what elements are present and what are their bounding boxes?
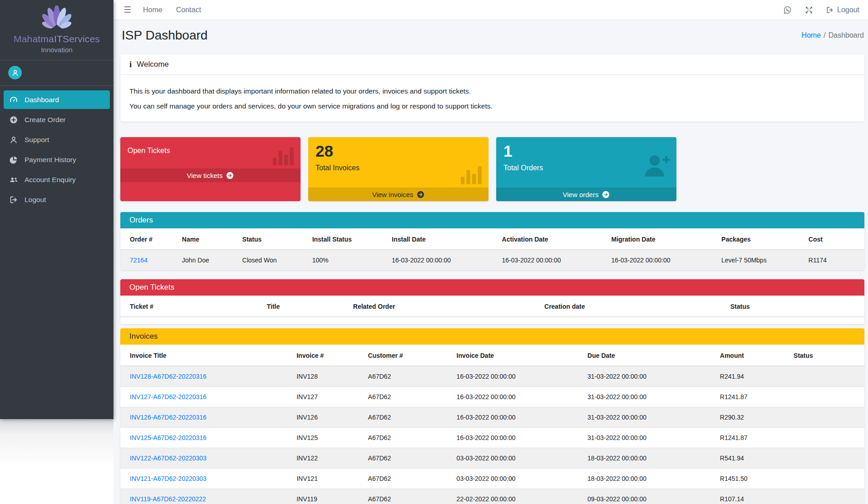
sidebar-item-account-enquiry[interactable]: Account Enquiry — [4, 170, 110, 189]
column-header: Status — [790, 345, 864, 366]
invoice-title-link[interactable]: INV128-A67D62-20220316 — [130, 373, 207, 380]
sidebar-tail — [0, 419, 113, 504]
column-header: Invoice Title — [120, 345, 293, 366]
table-row: INV119-A67D62-20220222INV119A67D6222-02-… — [120, 489, 864, 504]
invoice-title-link[interactable]: INV126-A67D62-20220316 — [130, 414, 207, 421]
welcome-card-body: This is your dashboard that displays imp… — [120, 75, 864, 122]
invoices-panel-header: Invoices — [120, 328, 864, 345]
column-header: Migration Date — [607, 228, 718, 250]
sign-out-icon — [826, 6, 834, 14]
invoices-panel: Invoices Invoice TitleInvoice #Customer … — [120, 328, 864, 504]
total-invoices-card: 28 Total Invoices View invoices — [308, 137, 488, 201]
orders-panel: Orders Order #NameStatusInstall StatusIn… — [120, 212, 864, 270]
sidebar-item-support[interactable]: Support — [4, 130, 110, 149]
page-header: ISP Dashboard Home/Dashboard — [120, 25, 864, 44]
lotus-logo-icon — [5, 5, 109, 33]
cell: R1241.87 — [716, 387, 790, 407]
open-tickets-panel-header: Open Tickets — [120, 279, 864, 296]
cell: INV128 — [293, 366, 364, 387]
breadcrumb: Home/Dashboard — [802, 31, 864, 40]
sidebar-item-dashboard[interactable]: Dashboard — [4, 90, 110, 109]
cell: 31-03-2022 00:00:00 — [584, 387, 716, 407]
cell — [790, 366, 864, 387]
sign-out-icon — [9, 195, 18, 204]
cell: 03-03-2022 00:00:00 — [453, 448, 584, 469]
cell: 16-03-2022 00:00:00 — [453, 366, 584, 387]
cell — [790, 407, 864, 428]
navbar-logout-button[interactable]: Logout — [826, 6, 859, 14]
welcome-card: i Welcome This is your dashboard that di… — [120, 54, 864, 122]
column-header: Ticket # — [120, 296, 263, 317]
breadcrumb-current: Dashboard — [829, 31, 864, 39]
cell: 72164 — [120, 250, 178, 270]
nav-link-home[interactable]: Home — [143, 6, 163, 14]
cell: 16-03-2022 00:00:00 — [453, 428, 584, 448]
column-header: Customer # — [365, 345, 453, 366]
sidebar-item-label: Dashboard — [25, 96, 59, 104]
open-tickets-panel: Open Tickets Ticket #TitleRelated OrderC… — [120, 279, 864, 324]
brand: MahatmaITServices Innovation — [0, 0, 113, 60]
invoice-title-link[interactable]: INV122-A67D62-20220303 — [130, 455, 207, 462]
navbar-logout-label: Logout — [837, 6, 859, 14]
column-header: Activation Date — [498, 228, 608, 250]
sidebar-item-payment-history[interactable]: Payment History — [4, 150, 110, 169]
column-header: Packages — [718, 228, 805, 250]
cell: R1174 — [805, 250, 864, 270]
sidebar-item-create-order[interactable]: Create Order — [4, 110, 110, 129]
cell: Closed Won — [239, 250, 309, 270]
whatsapp-icon[interactable] — [783, 5, 792, 15]
bar-chart-icon — [273, 146, 295, 165]
cell: 18-03-2022 00:00:00 — [584, 448, 716, 469]
view-orders-link[interactable]: View orders — [496, 188, 676, 201]
arrow-circle-right-icon — [417, 191, 424, 198]
sidebar-item-logout[interactable]: Logout — [4, 190, 110, 209]
cell: INV126 — [293, 407, 364, 428]
nav-link-contact[interactable]: Contact — [176, 6, 201, 14]
stat-value: 28 — [316, 143, 481, 160]
sidebar-item-label: Account Enquiry — [25, 176, 76, 184]
user-outline-icon — [9, 135, 18, 144]
cell: 31-03-2022 00:00:00 — [584, 366, 716, 387]
column-header: Cost — [805, 228, 864, 250]
cell — [790, 448, 864, 469]
invoice-title-link[interactable]: INV127-A67D62-20220316 — [130, 393, 207, 400]
cell: 03-03-2022 00:00:00 — [453, 469, 584, 489]
user-panel — [0, 60, 113, 86]
cell: INV128-A67D62-20220316 — [120, 366, 293, 387]
cell: INV121 — [293, 469, 364, 489]
column-header: Order # — [120, 228, 178, 250]
breadcrumb-home-link[interactable]: Home — [802, 31, 821, 39]
open-tickets-table: Ticket #TitleRelated OrderCreation dateS… — [120, 296, 864, 317]
view-invoices-label: View invoices — [372, 191, 414, 198]
cell: A67D62 — [365, 428, 453, 448]
view-tickets-link[interactable]: View tickets — [120, 168, 301, 182]
column-header: Amount — [716, 345, 790, 366]
cell — [790, 489, 864, 504]
cell: INV122 — [293, 448, 364, 469]
order-number-link[interactable]: 72164 — [130, 257, 148, 264]
cell: A67D62 — [365, 387, 453, 407]
invoice-title-link[interactable]: INV121-A67D62-20220303 — [130, 475, 207, 482]
table-row: INV122-A67D62-20220303INV122A67D6203-03-… — [120, 448, 864, 469]
cell: INV121-A67D62-20220303 — [120, 469, 293, 489]
cell: 16-03-2022 00:00:00 — [498, 250, 608, 270]
cell: 16-03-2022 00:00:00 — [607, 250, 718, 270]
column-header: Invoice Date — [453, 345, 584, 366]
expand-arrows-icon[interactable] — [804, 5, 814, 15]
total-orders-card-body: 1 Total Orders — [496, 137, 676, 188]
users-icon — [9, 175, 18, 184]
welcome-card-header: i Welcome — [120, 54, 864, 75]
cell — [790, 387, 864, 407]
cell: 31-03-2022 00:00:00 — [584, 407, 716, 428]
sidebar-item-label: Logout — [25, 196, 46, 204]
cell: INV122-A67D62-20220303 — [120, 448, 293, 469]
open-tickets-card-body: Open Tickets — [120, 137, 301, 168]
hamburger-menu-icon[interactable]: ☰ — [123, 5, 131, 15]
invoice-title-link[interactable]: INV119-A67D62-20220222 — [130, 495, 206, 503]
cell: A67D62 — [365, 489, 453, 504]
cell: R241.94 — [716, 366, 790, 387]
invoice-title-link[interactable]: INV125-A67D62-20220316 — [130, 434, 207, 441]
cell: INV125-A67D62-20220316 — [120, 428, 293, 448]
view-invoices-link[interactable]: View invoices — [308, 188, 488, 201]
column-header: Status — [239, 228, 309, 250]
